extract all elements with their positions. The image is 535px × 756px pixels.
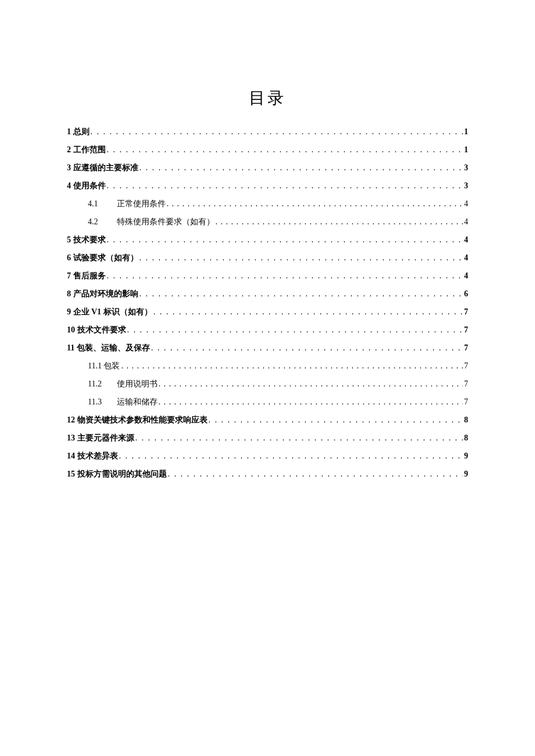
toc-leader-dots (138, 290, 463, 298)
toc-entry: 2 工作范围1 (67, 146, 468, 154)
toc-entry: 13 主要元器件来源8 (67, 434, 468, 442)
toc-entry-number: 4.1 (88, 200, 115, 208)
toc-leader-dots (167, 470, 463, 478)
toc-leader-dots (106, 272, 463, 280)
toc-entry: 5 技术要求4 (67, 236, 468, 244)
toc-leader-dots (106, 236, 463, 244)
toc-entry-page: 9 (463, 470, 468, 478)
toc-entry-page: 8 (463, 416, 468, 424)
toc-entry-label: 10 技术文件要求 (67, 326, 126, 334)
toc-entry-label: 12 物资关键技术参数和性能要求响应表 (67, 416, 208, 424)
toc-leader-dots (158, 380, 463, 388)
toc-leader-dots (166, 200, 463, 208)
toc-entry-number: 11.3 (88, 398, 115, 406)
toc-entry: 8 产品对环境的影响6 (67, 290, 468, 298)
toc-entry-label: 11.1 包装 (88, 362, 120, 370)
toc-leader-dots (126, 326, 463, 334)
toc-entry-label: 9 企业 V1 标识（如有） (67, 308, 152, 316)
toc-entry-label: 5 技术要求 (67, 236, 106, 244)
toc-entry-label: 8 产品对环境的影响 (67, 290, 138, 298)
toc-entry-label: 1 总则 (67, 128, 90, 136)
toc-entry-page: 8 (463, 434, 468, 442)
toc-leader-dots (106, 146, 463, 154)
toc-entry-page: 1 (463, 146, 468, 154)
toc-entry: 3 应遵循的主要标准3 (67, 164, 468, 172)
toc-entry-label: 11.3 运输和储存 (88, 398, 158, 406)
toc-entry: 1 总则1 (67, 128, 468, 136)
toc-entry: 12 物资关键技术参数和性能要求响应表8 (67, 416, 468, 424)
toc-entry-page: 4 (463, 254, 468, 262)
toc-entry-page: 4 (463, 272, 468, 280)
toc-entry: 15 投标方需说明的其他问题9 (67, 470, 468, 478)
toc-leader-dots (90, 128, 463, 136)
toc-leader-dots (106, 182, 463, 190)
toc-entry-page: 7 (463, 362, 468, 370)
toc-entry-label: 4.1 正常使用条件 (88, 200, 166, 208)
toc-entry-page: 1 (463, 128, 468, 136)
toc-entry-page: 3 (463, 164, 468, 172)
toc-entry-page: 9 (463, 452, 468, 460)
toc-leader-dots (134, 434, 463, 442)
toc-entry: 9 企业 V1 标识（如有）7 (67, 308, 468, 316)
toc-entry-number: 11.2 (88, 380, 115, 388)
toc-entry-page: 4 (463, 236, 468, 244)
toc-leader-dots (158, 398, 463, 406)
toc-entry: 4.2 特殊使用条件要求（如有） 4 (67, 218, 468, 226)
toc-entry: 10 技术文件要求7 (67, 326, 468, 334)
toc-entry-label: 11.2 使用说明书 (88, 380, 158, 388)
toc-entry-page: 7 (463, 344, 468, 352)
toc-title: 目录 (67, 87, 468, 109)
toc-entry-page: 7 (463, 398, 468, 406)
toc-entry: 7 售后服务4 (67, 272, 468, 280)
toc-entry-page: 7 (463, 308, 468, 316)
toc-entry-label: 14 技术差异表 (67, 452, 118, 460)
toc-entry-page: 6 (463, 290, 468, 298)
toc-leader-dots (215, 218, 463, 226)
toc-entry-label: 6 试验要求（如有） (67, 254, 138, 262)
toc-leader-dots (138, 164, 463, 172)
toc-leader-dots (120, 362, 463, 370)
toc-entry-label: 13 主要元器件来源 (67, 434, 134, 442)
toc-entry-page: 4 (463, 200, 468, 208)
toc-entry-page: 3 (463, 182, 468, 190)
toc-leader-dots (208, 416, 463, 424)
toc-entry: 11.3 运输和储存 7 (67, 398, 468, 406)
toc-entry-label: 4 使用条件 (67, 182, 106, 190)
toc-leader-dots (150, 344, 463, 352)
toc-entry-label: 15 投标方需说明的其他问题 (67, 470, 167, 478)
toc-entry-label: 11 包装、运输、及保存 (67, 344, 150, 352)
table-of-contents: 1 总则12 工作范围13 应遵循的主要标准34 使用条件34.1 正常使用条件… (67, 128, 468, 478)
toc-leader-dots (138, 254, 463, 262)
toc-entry: 11 包装、运输、及保存7 (67, 344, 468, 352)
toc-entry-label: 4.2 特殊使用条件要求（如有） (88, 218, 215, 226)
toc-entry-label: 7 售后服务 (67, 272, 106, 280)
toc-leader-dots (152, 308, 463, 316)
toc-entry: 4.1 正常使用条件 4 (67, 200, 468, 208)
toc-entry-label: 2 工作范围 (67, 146, 106, 154)
toc-entry-label: 3 应遵循的主要标准 (67, 164, 138, 172)
toc-entry: 11.1 包装 7 (67, 362, 468, 370)
toc-entry-page: 7 (463, 326, 468, 334)
toc-entry: 14 技术差异表9 (67, 452, 468, 460)
toc-entry-number: 4.2 (88, 218, 115, 226)
toc-entry: 6 试验要求（如有）4 (67, 254, 468, 262)
toc-entry-page: 7 (463, 380, 468, 388)
toc-entry: 4 使用条件3 (67, 182, 468, 190)
toc-entry: 11.2 使用说明书 7 (67, 380, 468, 388)
toc-entry-page: 4 (463, 218, 468, 226)
toc-leader-dots (118, 452, 463, 460)
